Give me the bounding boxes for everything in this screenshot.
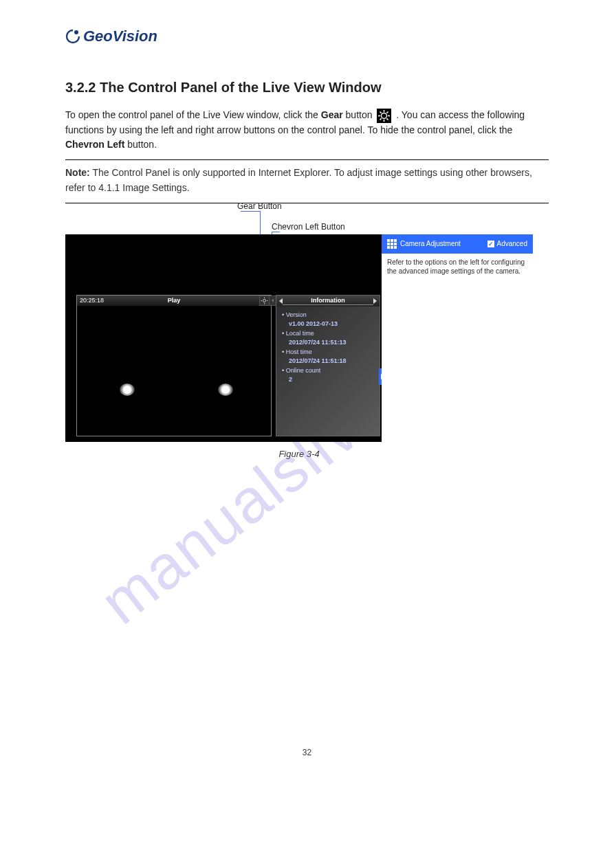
grid-icon [387, 239, 397, 249]
info-online-label: Online count [282, 366, 374, 376]
panel-right-arrow-icon[interactable] [373, 298, 377, 304]
camera-adjustment-desc: Refer to the options on the left for con… [382, 254, 533, 280]
intro-paragraph: To open the control panel of the Live Vi… [65, 108, 549, 153]
advanced-checkbox[interactable]: ✓ Advanced [487, 240, 527, 247]
info-hosttime-value: 2012/07/24 11:51:18 [282, 357, 374, 366]
chevron-left-icon: ‹ [272, 297, 274, 304]
video-status: Play [77, 297, 271, 304]
note-label: Note: [65, 167, 90, 178]
headlight-left [120, 383, 135, 396]
svg-line-9 [380, 118, 382, 120]
callout-chevron-label: Chevron Left Button [272, 222, 345, 232]
divider [65, 159, 549, 160]
svg-point-10 [263, 299, 266, 302]
page-number: 32 [65, 748, 549, 757]
headlight-right [218, 383, 233, 396]
section-heading: 3.2.2 The Control Panel of the Live View… [65, 80, 549, 96]
svg-line-7 [387, 118, 388, 120]
gear-icon [377, 109, 391, 123]
divider [65, 203, 549, 203]
info-version-label: Version [282, 311, 374, 320]
screenshot: 20:25:18 Play -01-D-8613 ‹ Inform [65, 234, 533, 442]
callout-gear-label: Gear Button [237, 201, 282, 211]
svg-point-1 [382, 113, 387, 118]
geovision-logo-icon [65, 29, 80, 44]
svg-line-8 [387, 111, 388, 113]
gear-button[interactable] [259, 296, 270, 306]
camera-adjustment-panel: Camera Adjustment ✓ Advanced Refer to th… [382, 234, 533, 442]
info-version-value: v1.00 2012-07-13 [282, 320, 374, 329]
checkbox-checked-icon: ✓ [487, 241, 494, 247]
brand-name: GeoVision [83, 27, 157, 45]
camera-adjustment-title: Camera Adjustment [400, 240, 461, 247]
figure-caption: Figure 3-4 [65, 449, 533, 459]
intro-text-part1: To open the control panel of the Live Vi… [65, 109, 321, 120]
info-localtime-value: 2012/07/24 11:51:13 [282, 338, 374, 348]
svg-point-0 [74, 30, 78, 34]
svg-line-6 [380, 111, 382, 113]
info-localtime-label: Local time [282, 329, 374, 339]
info-hosttime-label: Host time [282, 348, 374, 357]
advanced-label: Advanced [497, 240, 527, 247]
info-panel-title: Information [283, 297, 373, 305]
info-online-value: 2 [282, 375, 374, 385]
brand-logo: GeoVision [65, 27, 549, 45]
figure: Gear Button Chevron Left Button Left / R… [65, 234, 533, 459]
video-frame: 20:25:18 Play -01-D-8613 [76, 295, 272, 436]
note-block: Note: The Control Panel is only supporte… [65, 166, 549, 195]
info-panel: Information Version v1.00 2012-07-13 Loc… [276, 295, 380, 436]
note-text: The Control Panel is only supported in I… [65, 167, 532, 193]
